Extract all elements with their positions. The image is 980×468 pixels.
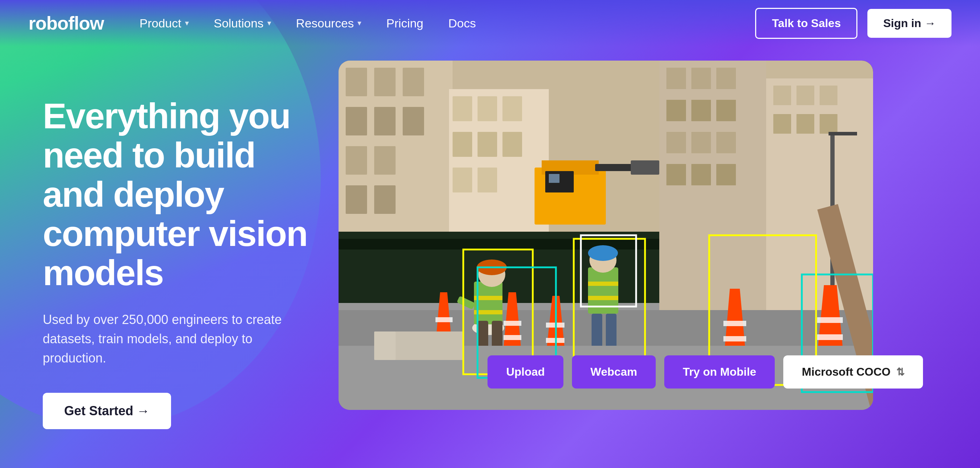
- logo[interactable]: roboflow: [29, 13, 104, 34]
- hero-section: Everything you need to build and deploy …: [0, 46, 980, 468]
- svg-rect-37: [716, 164, 736, 185]
- svg-rect-16: [453, 132, 472, 157]
- svg-rect-2: [346, 68, 367, 96]
- svg-rect-88: [724, 336, 746, 341]
- svg-rect-11: [374, 185, 396, 214]
- svg-rect-40: [797, 86, 814, 105]
- svg-rect-39: [773, 86, 791, 105]
- svg-rect-44: [819, 114, 837, 134]
- svg-rect-4: [403, 68, 424, 96]
- talk-to-sales-button[interactable]: Talk to Sales: [755, 8, 858, 39]
- svg-rect-61: [492, 321, 503, 349]
- get-started-button[interactable]: Get Started →: [43, 393, 171, 429]
- upload-button[interactable]: Upload: [487, 355, 563, 388]
- nav-links: Product ▾ Solutions ▾ Resources ▾ Pricin…: [140, 16, 756, 30]
- svg-rect-91: [374, 331, 396, 360]
- svg-rect-76: [504, 335, 521, 340]
- svg-rect-34: [716, 132, 736, 153]
- nav-item-pricing[interactable]: Pricing: [386, 16, 423, 30]
- svg-rect-5: [346, 107, 367, 135]
- svg-rect-33: [691, 132, 711, 153]
- svg-rect-19: [453, 167, 472, 193]
- svg-rect-50: [631, 161, 659, 175]
- svg-rect-84: [817, 334, 843, 340]
- svg-rect-87: [724, 321, 746, 326]
- svg-rect-42: [773, 114, 791, 134]
- svg-rect-26: [667, 68, 686, 89]
- svg-rect-75: [504, 321, 521, 326]
- svg-rect-90: [392, 331, 463, 360]
- svg-rect-15: [503, 96, 522, 121]
- navbar: roboflow Product ▾ Solutions ▾ Resources…: [0, 0, 980, 46]
- hero-subtitle: Used by over 250,000 engineers to create…: [43, 310, 285, 368]
- svg-rect-14: [477, 96, 497, 121]
- hero-text: Everything you need to build and deploy …: [43, 68, 310, 429]
- svg-rect-43: [797, 114, 814, 134]
- svg-rect-9: [374, 146, 396, 175]
- chevron-down-icon: ▾: [267, 19, 271, 28]
- svg-rect-3: [374, 68, 396, 96]
- svg-rect-63: [588, 282, 618, 286]
- chevron-down-icon: ▾: [185, 19, 189, 28]
- nav-item-docs[interactable]: Docs: [448, 16, 476, 30]
- svg-rect-52: [549, 174, 560, 183]
- svg-rect-20: [477, 167, 497, 193]
- nav-item-resources[interactable]: Resources ▾: [296, 16, 362, 30]
- svg-point-66: [588, 245, 618, 261]
- svg-rect-32: [667, 132, 686, 153]
- svg-rect-31: [716, 100, 736, 121]
- svg-rect-18: [503, 132, 522, 157]
- svg-rect-46: [829, 132, 857, 135]
- svg-rect-36: [691, 164, 711, 185]
- svg-rect-13: [453, 96, 472, 121]
- webcam-button[interactable]: Webcam: [572, 355, 656, 388]
- svg-rect-17: [477, 132, 497, 157]
- nav-item-solutions[interactable]: Solutions ▾: [214, 16, 271, 30]
- action-bar: Upload Webcam Try on Mobile Microsoft CO…: [487, 355, 923, 388]
- svg-rect-7: [403, 107, 424, 135]
- nav-cta: Talk to Sales Sign in →: [755, 8, 951, 39]
- chevron-down-icon: ▾: [358, 19, 361, 28]
- svg-rect-29: [667, 100, 686, 121]
- select-arrows-icon: ⇅: [896, 366, 904, 378]
- svg-rect-6: [374, 107, 396, 135]
- svg-rect-71: [436, 317, 453, 322]
- svg-rect-27: [691, 68, 711, 89]
- svg-rect-10: [346, 185, 367, 214]
- model-select[interactable]: Microsoft COCO ⇅: [783, 355, 923, 388]
- nav-item-product[interactable]: Product ▾: [140, 16, 189, 30]
- hero-title: Everything you need to build and deploy …: [43, 96, 310, 292]
- svg-rect-8: [346, 146, 367, 175]
- try-on-mobile-button[interactable]: Try on Mobile: [664, 355, 775, 388]
- svg-rect-83: [817, 317, 843, 323]
- sign-in-button[interactable]: Sign in →: [867, 9, 951, 38]
- svg-rect-64: [588, 296, 618, 300]
- hero-image-panel: Upload Webcam Try on Mobile Microsoft CO…: [339, 60, 951, 410]
- svg-rect-28: [716, 68, 736, 89]
- svg-rect-30: [691, 100, 711, 121]
- svg-rect-35: [667, 164, 686, 185]
- svg-rect-41: [819, 86, 837, 105]
